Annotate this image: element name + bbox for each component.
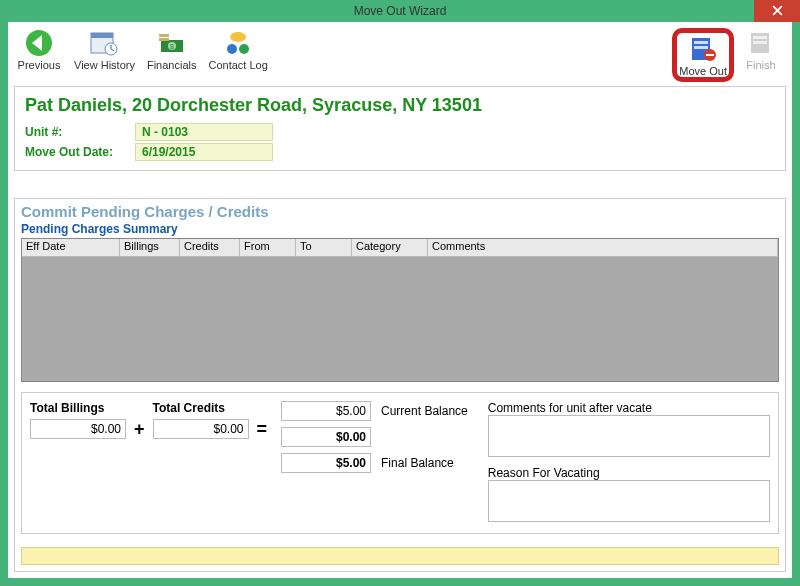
move-out-label: Move Out — [679, 65, 727, 77]
section-subtitle: Pending Charges Summary — [21, 222, 779, 236]
section-title: Commit Pending Charges / Credits — [21, 203, 779, 220]
move-out-date-value: 6/19/2015 — [135, 143, 273, 161]
title-bar: Move Out Wizard — [0, 0, 800, 22]
svg-rect-13 — [694, 41, 708, 44]
close-button[interactable] — [754, 0, 800, 22]
move-out-date-label: Move Out Date: — [25, 145, 135, 159]
move-out-button[interactable]: Move Out — [679, 34, 727, 77]
window-frame: Move Out Wizard Previous View History — [0, 0, 800, 586]
net-value: $0.00 — [281, 427, 371, 447]
svg-point-9 — [227, 44, 237, 54]
svg-point-10 — [239, 44, 249, 54]
current-balance-label: Current Balance — [381, 404, 468, 418]
plus-operator: + — [134, 419, 145, 525]
arrow-left-icon — [22, 28, 56, 58]
comments-label: Comments for unit after vacate — [488, 401, 770, 415]
move-out-highlight: Move Out — [672, 28, 734, 82]
total-billings-value: $0.00 — [30, 419, 126, 439]
total-credits-value: $0.00 — [153, 419, 249, 439]
toolbar: Previous View History $ Financials Conta… — [8, 22, 792, 82]
financials-label: Financials — [147, 59, 197, 71]
svg-rect-18 — [753, 36, 767, 39]
svg-text:$: $ — [170, 43, 174, 50]
col-to[interactable]: To — [296, 239, 352, 256]
contact-log-button[interactable]: Contact Log — [208, 28, 267, 71]
unit-label: Unit #: — [25, 125, 135, 139]
contact-icon — [221, 28, 255, 58]
window-title: Move Out Wizard — [354, 4, 447, 18]
finish-label: Finish — [746, 59, 775, 71]
equals-operator: = — [257, 419, 268, 525]
col-category[interactable]: Category — [352, 239, 428, 256]
current-balance-value: $5.00 — [281, 401, 371, 421]
history-icon — [87, 28, 121, 58]
col-credits[interactable]: Credits — [180, 239, 240, 256]
svg-rect-14 — [694, 46, 708, 49]
comments-textarea[interactable] — [488, 415, 770, 457]
tenant-header: Pat Daniels, 20 Dorchester Road, Syracus… — [14, 86, 786, 171]
tenant-title: Pat Daniels, 20 Dorchester Road, Syracus… — [25, 95, 775, 116]
col-eff-date[interactable]: Eff Date — [22, 239, 120, 256]
reason-textarea[interactable] — [488, 480, 770, 522]
final-balance-label: Final Balance — [381, 456, 454, 470]
financials-button[interactable]: $ Financials — [147, 28, 197, 71]
col-from[interactable]: From — [240, 239, 296, 256]
svg-rect-16 — [706, 54, 714, 56]
svg-rect-8 — [159, 38, 169, 41]
view-history-button[interactable]: View History — [74, 28, 135, 71]
close-icon — [772, 3, 783, 19]
status-bar — [21, 547, 779, 565]
view-history-label: View History — [74, 59, 135, 71]
svg-rect-7 — [159, 34, 169, 37]
unit-value: N - 0103 — [135, 123, 273, 141]
client-area: Previous View History $ Financials Conta… — [8, 22, 792, 578]
totals-panel: Total Billings $0.00 + Total Credits $0.… — [21, 392, 779, 534]
col-billings[interactable]: Billings — [120, 239, 180, 256]
final-balance-value: $5.00 — [281, 453, 371, 473]
move-out-icon — [686, 34, 720, 64]
svg-rect-2 — [91, 33, 113, 38]
svg-point-11 — [230, 32, 246, 42]
pending-charges-grid[interactable]: Eff Date Billings Credits From To Catego… — [21, 238, 779, 382]
col-comments[interactable]: Comments — [428, 239, 778, 256]
reason-label: Reason For Vacating — [488, 466, 770, 480]
money-icon: $ — [155, 28, 189, 58]
svg-rect-19 — [753, 41, 767, 44]
contact-log-label: Contact Log — [208, 59, 267, 71]
finish-button: Finish — [738, 28, 784, 71]
total-credits-label: Total Credits — [153, 401, 225, 415]
previous-label: Previous — [18, 59, 61, 71]
total-billings-label: Total Billings — [30, 401, 104, 415]
finish-icon — [744, 28, 778, 58]
content-panel: Commit Pending Charges / Credits Pending… — [14, 198, 786, 572]
previous-button[interactable]: Previous — [16, 28, 62, 71]
grid-header: Eff Date Billings Credits From To Catego… — [22, 239, 778, 257]
